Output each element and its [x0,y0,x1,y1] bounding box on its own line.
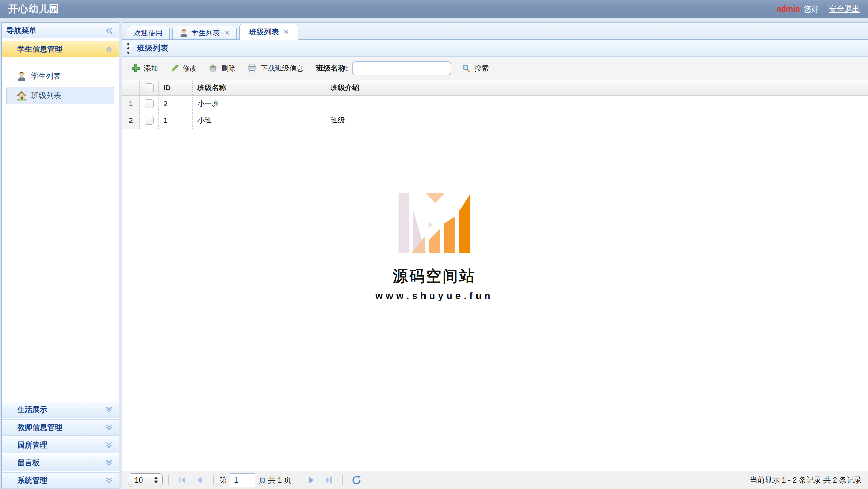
add-icon [131,64,140,73]
watermark-title: 源码空间站 [375,266,493,286]
table-header: ID 班级名称 班级介绍 [122,80,868,96]
edit-label: 修改 [183,64,197,73]
next-page-button[interactable] [304,473,318,487]
rownum-cell: 2 [122,112,140,129]
add-button[interactable]: 添加 [127,61,162,76]
separator [213,475,214,485]
table-row[interactable]: 2 1 小班 班级 [122,112,394,129]
accordion-label: 系统管理 [17,475,47,486]
page-number-group: 第 页 共 1 页 [219,473,292,487]
first-page-button[interactable] [175,473,190,487]
accordion-panel-life-show[interactable]: 生活展示 [2,402,119,418]
last-page-button[interactable] [321,473,335,487]
class-name-cell: 小一班 [193,96,326,112]
close-icon[interactable]: × [284,28,289,36]
watermark: 源码空间站 www.shuyue.fun [375,193,493,301]
search-label: 搜索 [474,64,489,73]
search-icon [462,64,471,73]
page-label-after: 页 共 1 页 [259,475,292,485]
rownum-header [122,80,140,95]
row-checkbox[interactable] [145,116,154,125]
separator [168,475,169,485]
prev-page-button[interactable] [192,473,207,487]
accordion-label: 生活展示 [17,405,47,415]
accordion-panel-student-info[interactable]: 学生信息管理 [2,41,119,57]
record-count-status: 当前显示 1 - 2 条记录 共 2 条记录 [750,475,862,485]
username: admin [777,4,800,14]
select-all-checkbox[interactable] [145,83,154,92]
content-area: 源码空间站 www.shuyue.fun [122,129,868,471]
drag-handle-icon [127,43,129,54]
class-intro-cell: 班级 [326,112,394,129]
next-page-icon [307,476,316,485]
delete-basket-icon [208,64,218,73]
column-header-id[interactable]: ID [159,80,193,95]
chevron-double-down-icon [105,459,113,467]
student-icon [179,29,188,37]
collapse-left-icon[interactable] [105,26,114,35]
accordion-panel-teacher-info[interactable]: 教师信息管理 [2,419,119,436]
tab-label: 班级列表 [249,27,279,37]
tab-class-list[interactable]: 班级列表 × [239,24,298,40]
tab-welcome[interactable]: 欢迎使用 [127,26,170,39]
chevron-double-up-icon [105,45,113,53]
search-button[interactable]: 搜索 [462,64,489,73]
accordion-label: 教师信息管理 [17,422,62,433]
chevron-double-down-icon [105,476,113,485]
printer-icon [247,63,257,73]
panel-header: 班级列表 [122,40,868,57]
class-intro-cell [326,96,394,112]
class-name-cell: 小班 [193,112,326,129]
sidebar-header: 导航菜单 [2,23,119,38]
download-button[interactable]: 下载班级信息 [243,61,308,76]
sidebar-item-student-list[interactable]: 学生列表 [2,68,119,85]
student-icon [17,71,27,81]
refresh-icon [351,475,362,485]
sidebar: 导航菜单 学生信息管理 学生列表 [1,22,119,489]
tab-bar: 欢迎使用 学生列表 × 班级列表 × [122,23,868,40]
accordion-panel-message-board[interactable]: 留言板 [2,455,119,471]
app-header: 开心幼儿园 admin 您好 安全退出 [0,0,868,18]
sidebar-item-label: 学生列表 [31,71,61,81]
add-label: 添加 [144,64,158,73]
refresh-button[interactable] [349,473,364,487]
checkbox-cell [140,112,159,129]
tab-label: 欢迎使用 [134,28,162,38]
id-cell: 2 [159,96,193,112]
sidebar-gap [2,38,119,41]
greeting-text: 您好 [803,4,819,14]
sidebar-item-class-list[interactable]: 班级列表 [6,87,114,104]
chevron-double-down-icon [105,441,113,449]
toolbar: 添加 修改 删除 下载班级信息 班级名称 [122,57,868,80]
row-checkbox[interactable] [145,99,154,108]
app-title: 开心幼儿园 [8,2,59,16]
table-body: 1 2 小一班 2 1 小班 班级 [122,96,868,129]
column-header-class-intro[interactable]: 班级介绍 [326,80,394,95]
edit-pencil-icon [170,64,179,73]
column-header-class-name[interactable]: 班级名称 [193,80,326,95]
page-size-select[interactable]: 10 [128,473,163,487]
watermark-logo [398,193,470,253]
download-label: 下载班级信息 [261,64,303,73]
logout-link[interactable]: 安全退出 [829,4,860,14]
accordion-panel-system-mgmt[interactable]: 系统管理 [2,472,119,489]
delete-button[interactable]: 删除 [204,61,240,76]
watermark-url: www.shuyue.fun [375,290,493,301]
edit-button[interactable]: 修改 [166,61,201,76]
close-icon[interactable]: × [225,29,229,37]
prev-page-icon [195,476,204,485]
first-page-icon [178,476,187,485]
class-name-input[interactable] [352,61,451,75]
last-page-icon [324,476,333,485]
table-row[interactable]: 1 2 小一班 [122,96,394,112]
page-title: 班级列表 [137,43,168,53]
page-number-input[interactable] [230,473,255,487]
accordion-panel-garden-mgmt[interactable]: 园所管理 [2,437,119,453]
sidebar-item-label: 班级列表 [31,90,61,101]
chevron-double-down-icon [105,406,113,414]
accordion-body: 学生列表 班级列表 [2,57,119,400]
id-cell: 1 [159,112,193,129]
checkbox-cell [140,96,159,112]
tab-student-list[interactable]: 学生列表 × [172,26,237,39]
page-label-before: 第 [219,475,227,485]
